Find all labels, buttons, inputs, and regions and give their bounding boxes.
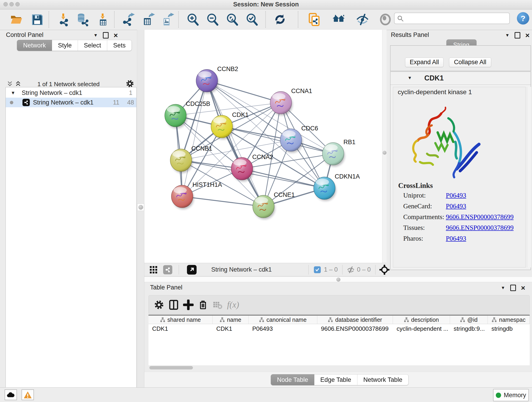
results-panel-collapse-icon[interactable]: ▼ (505, 33, 510, 38)
results-panel-close-icon[interactable]: × (525, 33, 530, 38)
network-canvas[interactable]: CCNB2 CCNA1 CDC25B CDK1 (144, 30, 382, 263)
crosshair-icon[interactable] (380, 265, 389, 275)
import-network-from-database-icon[interactable] (76, 13, 89, 27)
protein-caret-icon[interactable]: ▼ (408, 75, 412, 80)
refresh-icon[interactable] (273, 13, 287, 27)
column-header-canonical-name[interactable]: canonical name (249, 316, 317, 324)
collection-count: 1 (129, 89, 133, 96)
network-node-CCNB1[interactable]: CCNB1 (170, 145, 212, 173)
network-edge[interactable] (182, 196, 264, 206)
zoom-in-icon[interactable] (186, 13, 200, 27)
function-builder-icon[interactable]: f(x) (227, 300, 248, 311)
network-node-CCNA1[interactable]: CCNA1 (270, 88, 312, 115)
tab-style[interactable]: Style (52, 40, 78, 51)
column-header--id[interactable]: @id (450, 316, 488, 324)
import-network-icon[interactable] (56, 13, 70, 27)
show-panel-eye-icon[interactable] (379, 13, 392, 27)
table-panel-collapse-icon[interactable]: ▼ (501, 285, 505, 290)
crosslink-value-link[interactable]: P06493 (446, 191, 466, 199)
network-node-CCNB2[interactable]: CCNB2 (196, 65, 238, 94)
crosslink-row: Tissues:9606.ENSP00000378699 (393, 224, 521, 235)
crosslink-row: Compartments:9606.ENSP00000378699 (393, 213, 521, 224)
network-view-title: String Network – cdk1 (211, 266, 272, 273)
tab-edge-table[interactable]: Edge Table (314, 374, 357, 385)
zoom-fit-icon[interactable] (225, 13, 239, 27)
table-cell: stringdb (488, 324, 530, 333)
network-node-CDKN1A[interactable]: CDKN1A (314, 173, 360, 201)
delete-table-icon[interactable] (212, 300, 223, 311)
open-session-icon[interactable] (10, 13, 23, 27)
column-header-shared-name[interactable]: shared name (148, 316, 213, 324)
results-scrollbar[interactable] (527, 87, 531, 268)
network-collection-row[interactable]: ▼ String Network – cdk1 1 (6, 88, 136, 98)
tab-select[interactable]: Select (78, 40, 107, 51)
export-table-icon[interactable] (141, 13, 155, 27)
grid-icon[interactable] (149, 266, 158, 274)
delete-column-trash-icon[interactable] (198, 300, 209, 311)
network-node-RB1[interactable]: RB1 (322, 139, 355, 167)
tab-sets[interactable]: Sets (107, 40, 132, 51)
crosslink-value-link[interactable]: P06493 (446, 235, 466, 242)
left-splitter-handle[interactable] (137, 204, 144, 211)
network-options-gear-icon[interactable] (126, 79, 134, 88)
columns-icon[interactable] (168, 300, 179, 311)
share-network-icon[interactable] (163, 265, 172, 274)
search-input[interactable] (394, 13, 510, 24)
home-icon[interactable] (332, 13, 346, 27)
left-splitter[interactable] (137, 30, 144, 387)
network-edge[interactable] (182, 81, 207, 196)
control-panel-close-icon[interactable]: × (114, 33, 118, 38)
zoom-selected-icon[interactable] (245, 13, 259, 27)
toolbar-separator (178, 11, 179, 28)
control-panel-float-icon[interactable] (103, 32, 109, 38)
table-splitter[interactable] (144, 277, 532, 282)
table-row[interactable]: CDK1CDK1P064939606.ENSP00000378699cyclin… (148, 324, 530, 333)
string-app-icon[interactable] (307, 13, 321, 27)
tab-network-table[interactable]: Network Table (357, 374, 409, 385)
table-panel-close-icon[interactable]: × (521, 285, 525, 290)
network-node-CCNE1[interactable]: CCNE1 (253, 191, 295, 219)
hide-panel-eye-icon[interactable] (355, 13, 369, 27)
control-panel-collapse-icon[interactable]: ▼ (94, 33, 98, 38)
protein-header[interactable]: ▼ CDK1 (390, 72, 531, 85)
selected-checkbox[interactable] (314, 266, 321, 273)
network-node-HIST1H1A[interactable]: HIST1H1A (171, 181, 222, 209)
collapse-all-button[interactable]: Collapse All (449, 57, 491, 67)
zoom-out-icon[interactable] (206, 13, 220, 27)
collection-caret-icon[interactable]: ▼ (11, 90, 15, 96)
cloud-icon[interactable] (5, 389, 17, 400)
tab-network[interactable]: Network (17, 40, 52, 51)
column-header-name[interactable]: name (213, 316, 249, 324)
gear-icon[interactable] (154, 300, 165, 311)
export-network-icon[interactable] (121, 13, 135, 27)
crosslink-value-link[interactable]: 9606.ENSP00000378699 (446, 213, 514, 221)
column-header-namespac[interactable]: namespac (488, 316, 530, 324)
network-edge[interactable] (242, 169, 324, 188)
warning-icon[interactable] (22, 389, 34, 400)
results-panel: Results Panel ▼ × String Expand All Coll… (389, 30, 532, 277)
export-image-icon[interactable] (160, 13, 174, 27)
network-row[interactable]: String Network – cdk1 11 48 (6, 98, 136, 107)
table-splitter-handle[interactable] (336, 278, 341, 282)
tab-node-table[interactable]: Node Table (271, 374, 314, 385)
network-node-CDC25B[interactable]: CDC25B (165, 100, 210, 128)
import-table-icon[interactable] (96, 13, 109, 27)
table-panel-float-icon[interactable] (510, 285, 516, 291)
crosslink-value-link[interactable]: 9606.ENSP00000378699 (446, 224, 514, 231)
network-vertical-scrollbar[interactable] (382, 30, 386, 263)
crosslink-value-link[interactable]: P06493 (446, 202, 466, 210)
help-icon[interactable]: ? (517, 12, 529, 25)
save-session-icon[interactable] (30, 13, 44, 27)
add-column-icon[interactable] (183, 300, 194, 311)
results-panel-float-icon[interactable] (515, 32, 520, 38)
table-cell: CDK1 (148, 324, 213, 333)
column-header-database-identifier[interactable]: database identifier (317, 316, 393, 324)
network-scrollbar-handle[interactable] (383, 151, 386, 155)
open-in-new-window-icon[interactable] (187, 265, 196, 274)
hidden-eye-icon[interactable] (347, 266, 355, 274)
network-node-CDK1[interactable]: CDK1 (211, 111, 249, 139)
column-header-description[interactable]: description (393, 316, 450, 324)
table-horizontal-scrollbar[interactable] (149, 366, 193, 370)
memory-button[interactable]: Memory (493, 389, 529, 401)
expand-all-button[interactable]: Expand All (405, 57, 443, 67)
